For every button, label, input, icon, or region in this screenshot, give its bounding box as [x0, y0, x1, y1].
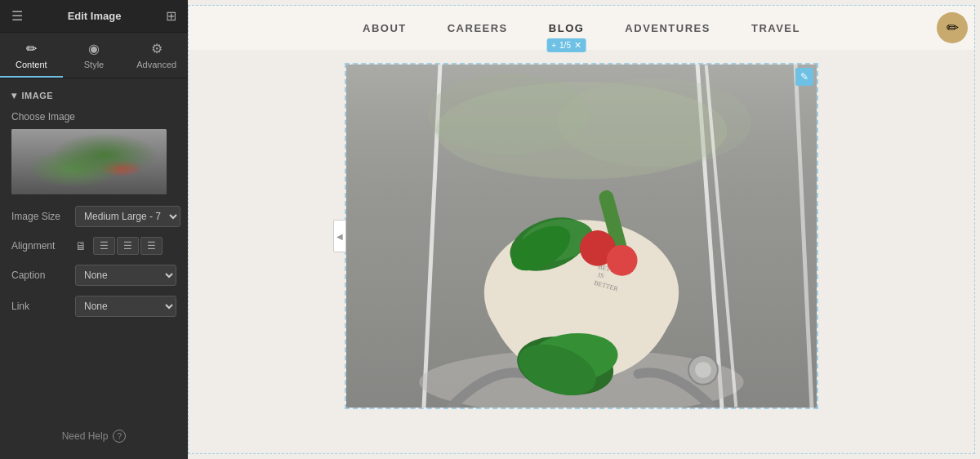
- tab-advanced[interactable]: ⚙ Advanced: [125, 33, 188, 78]
- image-thumbnail: [11, 129, 167, 194]
- nav-bar: ABOUT CAREERS BLOG + 1/5 ✕ ADVENTURES TR…: [189, 6, 974, 50]
- need-help-section[interactable]: Need Help ?: [0, 413, 188, 459]
- section-title-image: Image: [11, 90, 176, 101]
- grid-icon[interactable]: ⊞: [166, 8, 176, 24]
- tab-content[interactable]: ✏ Content: [0, 33, 63, 78]
- align-left-button[interactable]: ☰: [93, 237, 115, 255]
- alignment-buttons: ☰ ☰ ☰: [93, 237, 163, 255]
- tab-content-label: Content: [16, 60, 47, 69]
- main-image: BETTER IS BETTER: [346, 65, 817, 408]
- pencil-button[interactable]: ✏: [937, 12, 968, 43]
- svg-point-23: [557, 78, 751, 167]
- nav-item-travel[interactable]: TRAVEL: [751, 22, 800, 34]
- collapse-icon: ◀: [336, 232, 343, 241]
- nav-item-adventures[interactable]: ADVENTURES: [625, 22, 710, 34]
- alignment-label: Alignment: [11, 240, 69, 252]
- caption-label: Caption: [11, 270, 69, 281]
- image-size-label: Image Size: [11, 211, 69, 222]
- link-select[interactable]: None: [75, 296, 176, 317]
- alignment-row: Alignment 🖥 ☰ ☰ ☰: [11, 237, 176, 255]
- image-container: ◀ ✎: [345, 63, 818, 409]
- caption-select[interactable]: None: [75, 265, 176, 286]
- sidebar-header: ☰ Edit Image ⊞: [0, 0, 188, 33]
- content-icon: ✏: [26, 41, 37, 56]
- nav-item-blog[interactable]: BLOG: [549, 22, 585, 34]
- choose-image-label: Choose Image: [11, 111, 176, 123]
- image-size-select[interactable]: Medium Large - 7: [75, 206, 180, 227]
- link-row: Link None: [11, 296, 176, 317]
- align-right-button[interactable]: ☰: [140, 237, 163, 255]
- nav-item-about[interactable]: ABOUT: [363, 22, 407, 34]
- edit-overlay-button[interactable]: ✎: [795, 68, 813, 86]
- link-label: Link: [11, 301, 69, 312]
- sidebar-tabs: ✏ Content ◉ Style ⚙ Advanced: [0, 33, 188, 78]
- badge-count: 1/5: [559, 41, 571, 50]
- image-section: Image Choose Image Image Size Medium Lar…: [0, 78, 188, 333]
- monitor-icon: 🖥: [75, 239, 87, 252]
- bicycle-image-svg: BETTER IS BETTER: [346, 65, 817, 408]
- collapse-button[interactable]: ◀: [333, 220, 346, 252]
- tab-style[interactable]: ◉ Style: [63, 33, 126, 78]
- need-help-label: Need Help: [62, 430, 109, 442]
- content-area: ◀ ✎: [189, 50, 974, 453]
- svg-point-20: [607, 245, 638, 276]
- nav-item-careers[interactable]: CAREERS: [448, 22, 508, 34]
- tab-advanced-label: Advanced: [136, 60, 176, 69]
- sidebar: ☰ Edit Image ⊞ ✏ Content ◉ Style ⚙ Advan…: [0, 0, 188, 459]
- align-center-button[interactable]: ☰: [117, 237, 139, 255]
- tab-style-label: Style: [84, 60, 104, 69]
- sidebar-title: Edit Image: [68, 10, 122, 22]
- image-preview[interactable]: [11, 129, 167, 194]
- nav-blog-wrapper: BLOG + 1/5 ✕: [549, 20, 585, 35]
- edit-icon: ✎: [800, 71, 808, 82]
- help-icon[interactable]: ?: [113, 430, 126, 443]
- blog-badge: + 1/5 ✕: [546, 38, 586, 52]
- advanced-icon: ⚙: [151, 41, 163, 56]
- badge-plus: +: [551, 41, 556, 50]
- style-icon: ◉: [88, 41, 100, 56]
- image-size-row: Image Size Medium Large - 7: [11, 206, 176, 227]
- caption-row: Caption None: [11, 265, 176, 286]
- hamburger-icon[interactable]: ☰: [11, 8, 23, 24]
- svg-point-7: [695, 362, 711, 378]
- badge-close[interactable]: ✕: [574, 40, 581, 51]
- page-section: ✏ ABOUT CAREERS BLOG + 1/5 ✕ ADVENTURES …: [188, 5, 975, 454]
- image-background: BETTER IS BETTER: [346, 65, 817, 408]
